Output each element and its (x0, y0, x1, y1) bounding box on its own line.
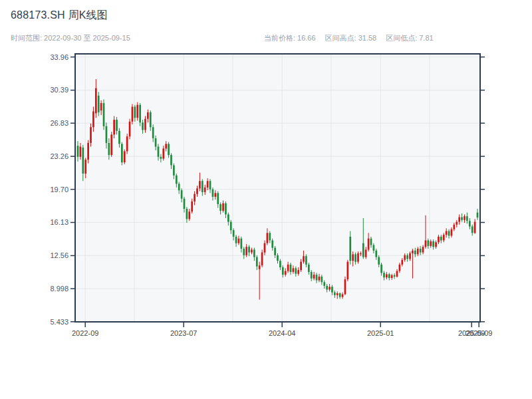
svg-text:26.83: 26.83 (50, 119, 68, 127)
svg-text:23.26: 23.26 (50, 152, 68, 160)
svg-text:2023-07: 2023-07 (170, 329, 197, 337)
kline-chart: 33.9630.3926.8323.2619.7016.1312.568.998… (0, 0, 532, 399)
x-axis: 2022-092023-072024-042025-012025-092025-… (72, 323, 492, 337)
svg-text:5.433: 5.433 (50, 318, 68, 326)
app: 688173.SH 周K线图 时间范围: 2022-09-30 至 2025-0… (0, 0, 532, 399)
svg-text:33.96: 33.96 (50, 53, 68, 61)
svg-text:2025-01: 2025-01 (367, 329, 394, 337)
svg-text:16.13: 16.13 (50, 218, 68, 226)
svg-text:19.70: 19.70 (50, 186, 68, 194)
svg-text:2024-04: 2024-04 (269, 329, 295, 337)
svg-text:8.998: 8.998 (50, 285, 68, 293)
svg-text:12.56: 12.56 (50, 251, 68, 259)
svg-text:30.39: 30.39 (50, 86, 68, 94)
svg-text:2025-09: 2025-09 (466, 329, 492, 337)
svg-text:2022-09: 2022-09 (72, 329, 98, 337)
